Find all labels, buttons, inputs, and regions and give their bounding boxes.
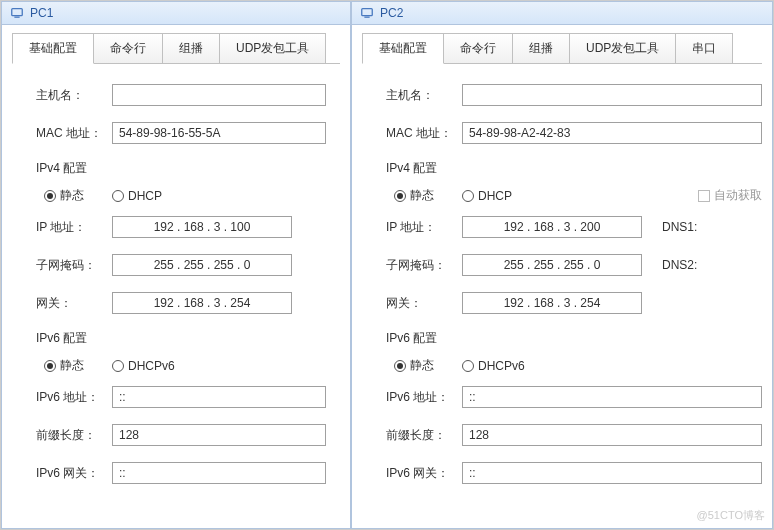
dns2-label: DNS2:: [662, 258, 702, 272]
tab-multicast[interactable]: 组播: [162, 33, 220, 63]
svg-rect-2: [362, 9, 373, 16]
hostname-input[interactable]: [112, 84, 326, 106]
ipv6-dhcp-label: DHCPv6: [128, 359, 175, 373]
ipv6-dhcp-radio[interactable]: DHCPv6: [462, 359, 525, 373]
ip-input[interactable]: 192 . 168 . 3 . 200: [462, 216, 642, 238]
gateway-label: 网关：: [36, 295, 112, 312]
pc1-content: 基础配置 命令行 组播 UDP发包工具 主机名： MAC 地址： 54-89-9…: [2, 25, 350, 528]
ipv6-dhcp-radio[interactable]: DHCPv6: [112, 359, 175, 373]
ipv4-static-label: 静态: [60, 187, 84, 204]
ipv4-dhcp-radio[interactable]: DHCP: [112, 189, 162, 203]
ip-input[interactable]: 192 . 168 . 3 . 100: [112, 216, 292, 238]
tab-basic-config[interactable]: 基础配置: [12, 33, 94, 64]
tab-multicast[interactable]: 组播: [512, 33, 570, 63]
tab-cli[interactable]: 命令行: [443, 33, 513, 63]
ipv4-dhcp-label: DHCP: [478, 189, 512, 203]
ipv6-ip-label: IPv6 地址：: [386, 389, 462, 406]
auto-dns-checkbox[interactable]: 自动获取: [698, 187, 762, 204]
ipv6-ip-label: IPv6 地址：: [36, 389, 112, 406]
svg-rect-0: [12, 9, 23, 16]
ipv4-static-label: 静态: [410, 187, 434, 204]
auto-dns-label: 自动获取: [714, 187, 762, 204]
mac-label: MAC 地址：: [36, 125, 112, 142]
pc1-form: 主机名： MAC 地址： 54-89-98-16-55-5A IPv4 配置 静…: [12, 84, 340, 484]
dns1-label: DNS1:: [662, 220, 702, 234]
hostname-label: 主机名：: [386, 87, 462, 104]
ip-label: IP 地址：: [386, 219, 462, 236]
ipv6-gw-label: IPv6 网关：: [386, 465, 462, 482]
pc2-title-bar: PC2: [352, 2, 772, 25]
ipv6-prefix-input[interactable]: 128: [112, 424, 326, 446]
ipv4-section-title: IPv4 配置: [386, 160, 762, 177]
hostname-input[interactable]: [462, 84, 762, 106]
ipv6-gw-label: IPv6 网关：: [36, 465, 112, 482]
tab-udp-tool[interactable]: UDP发包工具: [569, 33, 676, 63]
ipv6-section-title: IPv6 配置: [36, 330, 326, 347]
tab-udp-tool[interactable]: UDP发包工具: [219, 33, 326, 63]
ipv6-static-radio[interactable]: 静态: [44, 357, 84, 374]
ip-label: IP 地址：: [36, 219, 112, 236]
pc1-title-bar: PC1: [2, 2, 350, 25]
gateway-input[interactable]: 192 . 168 . 3 . 254: [462, 292, 642, 314]
svg-rect-1: [14, 17, 19, 18]
ipv6-gw-input[interactable]: ::: [112, 462, 326, 484]
mac-input[interactable]: 54-89-98-16-55-5A: [112, 122, 326, 144]
mask-input[interactable]: 255 . 255 . 255 . 0: [462, 254, 642, 276]
ipv4-section-title: IPv4 配置: [36, 160, 326, 177]
ipv6-static-radio[interactable]: 静态: [394, 357, 434, 374]
computer-icon: [360, 6, 374, 20]
ipv6-prefix-label: 前缀长度：: [386, 427, 462, 444]
pc2-panel: PC2 基础配置 命令行 组播 UDP发包工具 串口 主机名： MAC 地址： …: [351, 1, 773, 529]
tab-basic-config[interactable]: 基础配置: [362, 33, 444, 64]
ipv6-section-title: IPv6 配置: [386, 330, 762, 347]
gateway-input[interactable]: 192 . 168 . 3 . 254: [112, 292, 292, 314]
mac-input[interactable]: 54-89-98-A2-42-83: [462, 122, 762, 144]
ipv6-ip-input[interactable]: ::: [462, 386, 762, 408]
ipv6-dhcp-label: DHCPv6: [478, 359, 525, 373]
pc1-title: PC1: [30, 6, 53, 20]
ipv6-ip-input[interactable]: ::: [112, 386, 326, 408]
pc2-form: 主机名： MAC 地址： 54-89-98-A2-42-83 IPv4 配置 静…: [362, 84, 762, 484]
ipv6-prefix-label: 前缀长度：: [36, 427, 112, 444]
mac-label: MAC 地址：: [386, 125, 462, 142]
tab-serial[interactable]: 串口: [675, 33, 733, 63]
ipv6-gw-input[interactable]: ::: [462, 462, 762, 484]
mask-input[interactable]: 255 . 255 . 255 . 0: [112, 254, 292, 276]
pc2-tabs: 基础配置 命令行 组播 UDP发包工具 串口: [362, 33, 762, 64]
ipv4-dhcp-radio[interactable]: DHCP: [462, 189, 512, 203]
mask-label: 子网掩码：: [386, 257, 462, 274]
ipv4-dhcp-label: DHCP: [128, 189, 162, 203]
hostname-label: 主机名：: [36, 87, 112, 104]
ipv4-static-radio[interactable]: 静态: [394, 187, 434, 204]
pc1-panel: PC1 基础配置 命令行 组播 UDP发包工具 主机名： MAC 地址： 54-…: [1, 1, 351, 529]
ipv4-static-radio[interactable]: 静态: [44, 187, 84, 204]
ipv6-prefix-input[interactable]: 128: [462, 424, 762, 446]
gateway-label: 网关：: [386, 295, 462, 312]
ipv6-static-label: 静态: [60, 357, 84, 374]
pc1-tabs: 基础配置 命令行 组播 UDP发包工具: [12, 33, 340, 64]
ipv6-static-label: 静态: [410, 357, 434, 374]
computer-icon: [10, 6, 24, 20]
pc2-title: PC2: [380, 6, 403, 20]
svg-rect-3: [364, 17, 369, 18]
pc2-content: 基础配置 命令行 组播 UDP发包工具 串口 主机名： MAC 地址： 54-8…: [352, 25, 772, 528]
tab-cli[interactable]: 命令行: [93, 33, 163, 63]
mask-label: 子网掩码：: [36, 257, 112, 274]
